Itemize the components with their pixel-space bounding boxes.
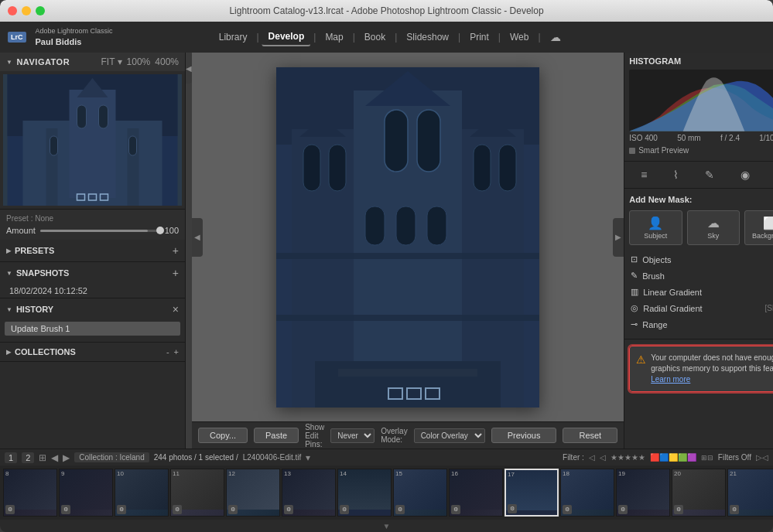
radial-shortcut: [Shift+M]	[764, 304, 773, 312]
collection-tag[interactable]: Collection : Iceland	[74, 452, 149, 462]
nav-library[interactable]: Library	[213, 29, 254, 46]
sort-icons[interactable]: ⊞⊟	[701, 454, 713, 462]
film-thumb-20[interactable]: 20 ⚙	[672, 469, 726, 517]
mask-brush-item[interactable]: ✎ Brush [K]	[629, 268, 773, 284]
film-thumb-10[interactable]: 10 ⚙	[115, 469, 169, 517]
overlay-mode-select[interactable]: Color Overlay	[414, 428, 485, 443]
tool-basic[interactable]: ≡	[636, 166, 652, 183]
snapshots-add-icon[interactable]: +	[173, 267, 179, 279]
film-badge-10: ⚙	[117, 505, 126, 514]
collections-add-icon[interactable]: +	[174, 347, 179, 356]
navigator-fit[interactable]: FIT ▾	[101, 56, 121, 67]
star-filter[interactable]: ★★★★★	[611, 453, 645, 462]
next-arrow[interactable]: ▶	[63, 452, 70, 463]
mask-radial-item[interactable]: ◎ Radial Gradient [Shift+M]	[629, 300, 773, 316]
presets-section: ▶ Presets +	[0, 240, 185, 262]
nav-print[interactable]: Print	[463, 29, 495, 46]
mask-linear-item[interactable]: ▥ Linear Gradient (M)	[629, 284, 773, 300]
traffic-lights[interactable]	[8, 6, 45, 15]
snapshots-section: ▼ Snapshots + 18/02/2024 10:12:52	[0, 262, 185, 298]
grid-icon[interactable]: ⊞	[39, 452, 46, 463]
svg-rect-41	[276, 67, 539, 408]
copy-button[interactable]: Copy...	[198, 428, 248, 443]
mask-items-list: ⊡ Objects ✎ Brush [K] ▥	[629, 251, 773, 332]
filter-icon-1[interactable]: ◁	[589, 453, 595, 462]
previous-button[interactable]: Previous	[491, 428, 557, 443]
close-button[interactable]	[8, 6, 17, 15]
learn-more-link[interactable]: Learn more	[651, 375, 690, 384]
collection-num-2[interactable]: 2	[22, 452, 34, 463]
nav-map[interactable]: Map	[319, 29, 349, 46]
tool-curve[interactable]: ⌇	[669, 166, 683, 183]
film-thumb-8[interactable]: 8 ⚙	[3, 469, 57, 517]
color-filters[interactable]: 🟥🟦🟨🟩🟪	[650, 453, 696, 462]
fullscreen-button[interactable]	[36, 6, 45, 15]
presets-add-icon[interactable]: +	[173, 244, 179, 257]
tool-brush[interactable]: ✎	[700, 166, 719, 183]
amount-slider[interactable]	[40, 230, 160, 232]
navigator-header[interactable]: ▼ Navigator FIT ▾ 100% 400%	[0, 53, 185, 71]
film-thumb-13[interactable]: 13 ⚙	[282, 469, 336, 517]
filename-arrow[interactable]: ▾	[306, 452, 310, 463]
mask-objects-item[interactable]: ⊡ Objects	[629, 251, 773, 268]
snapshots-header[interactable]: ▼ Snapshots +	[0, 262, 185, 284]
film-badge-12: ⚙	[228, 505, 238, 514]
navigator-100[interactable]: 100%	[127, 56, 151, 67]
nav-develop[interactable]: Develop	[262, 28, 311, 46]
edit-pins-select[interactable]: Never	[330, 428, 375, 443]
mask-buttons: 👤 Subject ☁ Sky ⬜ Background	[629, 210, 773, 245]
film-thumb-14[interactable]: 14 ⚙	[337, 469, 392, 517]
nav-slideshow[interactable]: Slideshow	[400, 29, 455, 46]
user-info: Adobe Lightroom Classic Paul Biddis	[36, 27, 113, 47]
sky-icon: ☁	[691, 216, 736, 230]
mask-range-item[interactable]: ⊸ Range ▾	[629, 316, 773, 332]
film-thumb-17[interactable]: 17 ⚙	[505, 469, 559, 517]
warning-box: ⚠ Your computer does not have enough gra…	[629, 346, 773, 392]
mask-subject-button[interactable]: 👤 Subject	[629, 210, 682, 245]
nav-web[interactable]: Web	[504, 29, 535, 46]
warning-icon: ⚠	[636, 353, 646, 366]
film-thumb-19[interactable]: 19 ⚙	[616, 469, 670, 517]
film-thumb-12[interactable]: 12 ⚙	[226, 469, 280, 517]
collections-minus-icon[interactable]: -	[166, 347, 169, 356]
iso-label: ISO 400	[629, 134, 658, 142]
filmstrip-expand[interactable]: ▷◁	[756, 453, 768, 462]
history-close-icon[interactable]: ×	[173, 303, 179, 315]
film-thumb-11[interactable]: 11 ⚙	[170, 469, 224, 517]
snapshots-collapse-arrow: ▼	[6, 270, 12, 277]
film-thumb-21[interactable]: 21 ⚙	[727, 469, 773, 517]
film-thumb-18[interactable]: 18 ⚙	[560, 469, 614, 517]
film-thumb-9[interactable]: 9 ⚙	[59, 469, 113, 517]
snapshots-item-0[interactable]: 18/02/2024 10:12:52	[0, 284, 185, 298]
navigator-preview[interactable]	[3, 74, 182, 206]
filter-icon-2[interactable]: ◁	[600, 453, 606, 462]
prev-arrow[interactable]: ◀	[51, 452, 58, 463]
histogram-label: Histogram	[629, 56, 681, 66]
film-thumb-15[interactable]: 15 ⚙	[393, 469, 447, 517]
cloud-icon[interactable]: ☁	[550, 31, 561, 43]
paste-button[interactable]: Paste	[254, 428, 299, 443]
reset-button[interactable]: Reset	[563, 428, 617, 443]
collection-label: Collection : Iceland	[79, 453, 145, 462]
filmstrip-down-arrow[interactable]: ▼	[383, 522, 391, 530]
right-collapse-arrow[interactable]: ▶	[613, 218, 624, 257]
filmstrip-bottom[interactable]: ▼	[0, 520, 773, 532]
mask-sky-button[interactable]: ☁ Sky	[687, 210, 740, 245]
nav-book[interactable]: Book	[358, 29, 392, 46]
left-collapse-arrow[interactable]: ◀	[192, 218, 203, 257]
minimize-button[interactable]	[22, 6, 31, 15]
presets-header[interactable]: ▶ Presets +	[0, 240, 185, 261]
film-thumb-16[interactable]: 16 ⚙	[449, 469, 503, 517]
navigator-400[interactable]: 400%	[155, 56, 179, 67]
mask-background-button[interactable]: ⬜ Background	[744, 210, 773, 245]
collection-num-1[interactable]: 1	[5, 452, 17, 463]
filmstrip-bar: 1 2 ⊞ ◀ ▶ Collection : Iceland 244 photo…	[0, 448, 773, 466]
history-item-0[interactable]: Update Brush 1	[5, 322, 180, 336]
radial-label: Radial Gradient	[643, 304, 702, 313]
collections-header[interactable]: ▶ Collections - +	[0, 343, 185, 361]
histogram-section: Histogram ▼	[624, 53, 773, 162]
history-header[interactable]: ▼ History ×	[0, 298, 185, 320]
left-panel-collapse-arrow[interactable]: ◀	[186, 53, 192, 84]
tool-eye[interactable]: ◉	[736, 166, 754, 183]
snapshots-label: Snapshots	[16, 268, 69, 278]
